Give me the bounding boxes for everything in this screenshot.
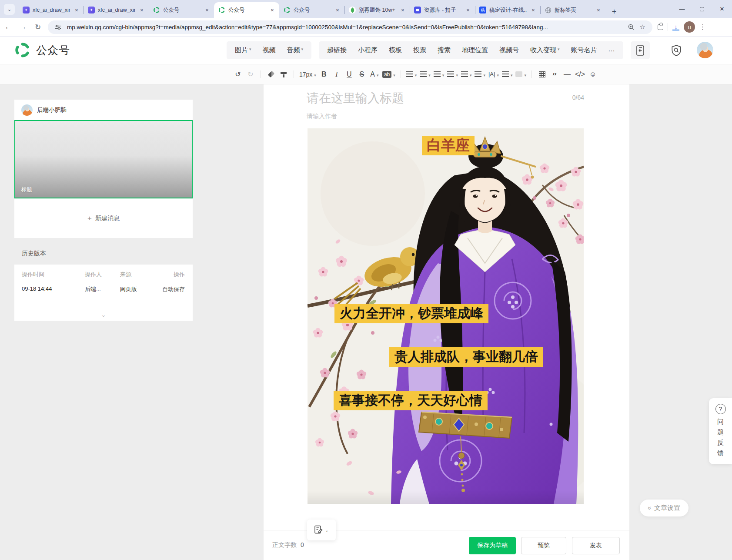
menu-item-location[interactable]: 地理位置 bbox=[456, 46, 494, 54]
menu-item-monetize[interactable]: 收入变现 bbox=[525, 46, 565, 54]
menu-item-template[interactable]: 模板 bbox=[383, 46, 408, 54]
preview-button[interactable]: 预览 bbox=[521, 537, 566, 554]
back-icon[interactable]: ← bbox=[2, 20, 15, 34]
article-title-input[interactable]: 请在这里输入标题 bbox=[307, 90, 584, 107]
url-omnibox[interactable]: mp.weixin.qq.com/cgi-bin/appmsg?t=media/… bbox=[48, 20, 652, 34]
strikethrough-button[interactable]: S bbox=[357, 68, 367, 80]
redo-icon[interactable]: ↻ bbox=[246, 68, 255, 80]
tab-close-icon[interactable]: ✕ bbox=[269, 7, 276, 13]
history-table-row: 09-18 14:44 后端... 网页版 自动保存 bbox=[22, 285, 185, 293]
format-painter-icon[interactable] bbox=[279, 68, 288, 80]
article-cover-image[interactable]: 白羊座 火力全开冲，钞票堆成峰 贵人排成队，事业翻几倍 喜事接不停，天天好心情 bbox=[308, 128, 584, 504]
article-author-input[interactable]: 请输入作者 bbox=[307, 113, 629, 121]
tab-close-icon[interactable]: ✕ bbox=[595, 7, 602, 13]
tab-gaoding[interactable]: 稿 稿定设计-在线... ✕ bbox=[475, 2, 540, 18]
tab-gzh-1[interactable]: 公众号 ✕ bbox=[149, 2, 214, 18]
article-settings-button[interactable]: » 文章设置 bbox=[640, 500, 689, 516]
style-template-button[interactable]: ⌄ bbox=[307, 520, 336, 540]
tab-new-tab-page[interactable]: 新标签页 ✕ bbox=[540, 2, 605, 18]
url-text[interactable]: mp.weixin.qq.com/cgi-bin/appmsg?t=media/… bbox=[67, 24, 625, 30]
publish-button[interactable]: 发表 bbox=[572, 537, 620, 554]
tab-xfc-ai-draw-1[interactable]: ✦ xfc_ai_draw_xin ✕ bbox=[18, 2, 84, 18]
browser-address-bar: ← → ↻ mp.weixin.qq.com/cgi-bin/appmsg?t=… bbox=[0, 18, 732, 37]
horizontal-rule-icon[interactable]: — bbox=[562, 68, 572, 80]
thumbnail-title-label: 标题 bbox=[21, 186, 32, 194]
tab-title: 别再眼馋 10w+ bbox=[359, 7, 396, 14]
download-icon[interactable]: ↓ bbox=[672, 24, 679, 30]
window-close-button[interactable]: ✕ bbox=[712, 0, 732, 18]
emoji-icon[interactable]: ☺ bbox=[588, 68, 598, 80]
tab-close-icon[interactable]: ✕ bbox=[138, 7, 145, 13]
history-action: 自动保存 bbox=[160, 285, 185, 293]
menu-item-account-card[interactable]: 账号名片 bbox=[565, 46, 603, 54]
tab-coze[interactable]: 资源库 - 扣子 ✕ bbox=[410, 2, 475, 18]
zoom-page-icon[interactable] bbox=[625, 21, 637, 33]
feedback-panel-button[interactable]: ? 问 题 反 馈 bbox=[709, 398, 732, 464]
security-check-button[interactable] bbox=[667, 41, 686, 59]
app-purple-icon: ✦ bbox=[88, 7, 95, 13]
spacing-before-button[interactable] bbox=[447, 68, 458, 80]
tab-close-icon[interactable]: ✕ bbox=[204, 7, 211, 13]
tab-gzh-2[interactable]: 公众号 ✕ bbox=[279, 2, 344, 18]
article-thumbnail-selected[interactable]: 标题 bbox=[14, 120, 193, 198]
menu-item-search[interactable]: 搜索 bbox=[432, 46, 456, 54]
code-block-icon[interactable]: </> bbox=[575, 68, 585, 80]
menu-item-audio[interactable]: 音频 bbox=[281, 46, 309, 54]
list-button[interactable] bbox=[502, 68, 513, 80]
leaf-icon bbox=[349, 7, 356, 13]
tab-close-icon[interactable]: ✕ bbox=[465, 7, 471, 13]
window-maximize-button[interactable] bbox=[692, 0, 712, 18]
blockquote-icon[interactable]: ” bbox=[550, 68, 559, 80]
align-direction-button[interactable] bbox=[420, 68, 431, 80]
align-justify-button[interactable] bbox=[406, 68, 417, 80]
tab-gzh-active[interactable]: 公众号 ✕ bbox=[214, 2, 279, 18]
browser-menu-icon[interactable]: ⋮ bbox=[699, 23, 706, 31]
mobile-preview-button[interactable] bbox=[631, 41, 650, 59]
forward-icon[interactable]: → bbox=[17, 20, 30, 34]
clear-format-icon[interactable] bbox=[266, 68, 276, 80]
menu-item-vote[interactable]: 投票 bbox=[408, 46, 432, 54]
overlay-fortune-line-2: 贵人排成队，事业翻几倍 bbox=[389, 347, 543, 367]
reload-icon[interactable]: ↻ bbox=[31, 20, 44, 34]
tab-close-icon[interactable]: ✕ bbox=[399, 7, 406, 13]
insert-table-icon[interactable] bbox=[537, 68, 547, 80]
divider bbox=[531, 70, 532, 78]
tab-xfc-ai-draw-2[interactable]: ✦ xfc_ai_draw_xin ✕ bbox=[84, 2, 149, 18]
history-expand-chevron-icon[interactable]: ⌄ bbox=[14, 312, 193, 318]
italic-button[interactable]: I bbox=[332, 68, 341, 80]
menu-item-video[interactable]: 视频 bbox=[257, 46, 281, 54]
new-message-button[interactable]: + 新建消息 bbox=[14, 198, 193, 238]
tab-title: xfc_ai_draw_xin bbox=[33, 7, 70, 13]
tab-close-icon[interactable]: ✕ bbox=[530, 7, 537, 13]
menu-item-more[interactable]: ··· bbox=[603, 47, 621, 54]
save-draft-button[interactable]: 保存为草稿 bbox=[469, 537, 516, 554]
article-settings-label: 文章设置 bbox=[654, 504, 680, 512]
spacing-after-button[interactable] bbox=[461, 68, 472, 80]
menu-item-channels[interactable]: 视频号 bbox=[494, 46, 525, 54]
menu-item-hyperlink[interactable]: 超链接 bbox=[321, 46, 352, 54]
tab-search-chevron-icon[interactable]: ⌄ bbox=[4, 4, 15, 15]
undo-icon[interactable]: ↺ bbox=[233, 68, 243, 80]
font-size-select[interactable]: 17px bbox=[299, 68, 316, 80]
bold-button[interactable]: B bbox=[319, 68, 329, 80]
new-tab-button[interactable]: + bbox=[608, 6, 620, 18]
tab-close-icon[interactable]: ✕ bbox=[73, 7, 80, 13]
menu-item-image[interactable]: 图片 bbox=[229, 46, 257, 54]
browser-profile-avatar[interactable]: u bbox=[684, 21, 695, 33]
highlight-color-button[interactable]: ab bbox=[382, 68, 395, 80]
account-avatar[interactable] bbox=[697, 42, 713, 58]
bookmark-star-icon[interactable]: ☆ bbox=[637, 21, 648, 33]
site-info-icon[interactable] bbox=[52, 21, 64, 33]
menu-item-miniprogram[interactable]: 小程序 bbox=[352, 46, 383, 54]
tab-close-icon[interactable]: ✕ bbox=[334, 7, 341, 13]
window-minimize-button[interactable]: — bbox=[672, 0, 692, 18]
indent-button[interactable] bbox=[434, 68, 445, 80]
extensions-icon[interactable] bbox=[658, 24, 663, 30]
font-color-button[interactable]: A bbox=[370, 68, 379, 80]
underline-button[interactable]: U bbox=[344, 68, 354, 80]
letter-spacing-button[interactable]: |A| bbox=[488, 68, 499, 80]
tab-article[interactable]: 别再眼馋 10w+ ✕ bbox=[344, 2, 410, 18]
coze-icon bbox=[414, 7, 421, 13]
message-list-card: 后端小肥肠 标题 + 新建消息 bbox=[14, 100, 193, 238]
line-height-button[interactable] bbox=[475, 68, 485, 80]
